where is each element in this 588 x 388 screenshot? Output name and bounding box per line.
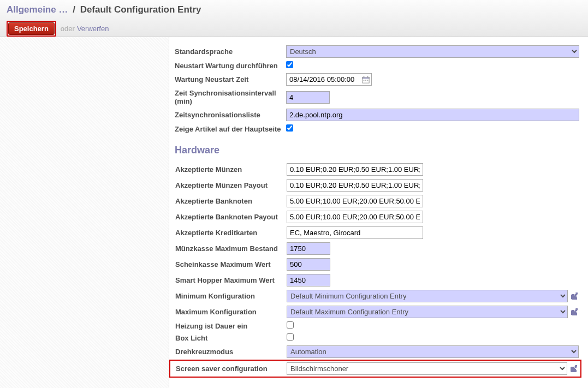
label-box-licht: Box Licht <box>170 332 284 344</box>
external-link-icon[interactable] <box>569 365 578 373</box>
label-standardsprache: Standardsprache <box>169 44 284 59</box>
label-min-konfig: Minimum Konfiguration <box>170 288 284 304</box>
drehkreuz-select[interactable]: Automation <box>287 345 579 358</box>
heizung-checkbox[interactable] <box>287 321 294 329</box>
label-smart-hopper-max: Smart Hopper Maximum Wert <box>170 272 284 288</box>
hardware-title: Hardware <box>169 135 581 162</box>
label-sync-liste: Zeitsynchronisationsliste <box>169 107 284 123</box>
label-banknoten-payout: Akzeptierte Banknoten Payout <box>170 209 284 225</box>
label-banknoten: Akzeptierte Banknoten <box>170 193 284 209</box>
external-link-icon[interactable] <box>570 292 579 301</box>
max-konfig-select[interactable]: Default Maximum Configuration Entry <box>287 306 568 318</box>
label-scheinkasse-max: Scheinkasse Maximum Wert <box>170 256 284 272</box>
sync-liste-input[interactable] <box>286 109 579 121</box>
label-zeige-artikel: Zeige Artikel auf der Hauptseite <box>169 123 284 135</box>
or-text: oder <box>61 25 75 33</box>
screen-saver-select[interactable]: Bildschirmschoner <box>287 362 567 375</box>
label-max-konfig: Maximum Konfiguration <box>170 304 284 320</box>
label-muenzen-payout: Akzeptierte Münzen Payout <box>170 177 284 193</box>
misc-title: Misc <box>169 378 581 388</box>
muenzkasse-max-input[interactable] <box>287 242 330 255</box>
smart-hopper-max-input[interactable] <box>287 274 330 286</box>
muenzen-input[interactable] <box>287 163 423 176</box>
label-wartung-zeit: Wartung Neustart Zeit <box>169 71 284 87</box>
save-button[interactable]: Speichern <box>8 22 55 35</box>
label-heizung: Heizung ist Dauer ein <box>170 320 284 332</box>
scheinkasse-max-input[interactable] <box>287 258 330 271</box>
wartung-zeit-input[interactable] <box>287 74 360 85</box>
label-drehkreuz: Drehkreuzmodus <box>170 344 284 360</box>
breadcrumb-separator: / <box>70 4 78 15</box>
label-screen-saver: Screen saver configuration <box>170 360 284 377</box>
calendar-icon[interactable] <box>362 76 370 83</box>
box-licht-checkbox[interactable] <box>287 333 294 341</box>
sync-intervall-input[interactable] <box>286 91 330 104</box>
label-muenzen: Akzeptierte Münzen <box>170 162 284 177</box>
neustart-checkbox[interactable] <box>286 61 293 68</box>
banknoten-input[interactable] <box>287 195 423 207</box>
banknoten-payout-input[interactable] <box>287 211 423 223</box>
zeige-artikel-checkbox[interactable] <box>286 124 293 132</box>
kreditkarten-input[interactable] <box>287 226 423 239</box>
breadcrumb: Allgemeine … / Default Configuration Ent… <box>7 4 581 15</box>
muenzen-payout-input[interactable] <box>287 179 423 192</box>
label-sync-intervall: Zeit Synchronisationsintervall (min) <box>169 87 284 107</box>
label-muenzkasse-max: Münzkasse Maximum Bestand <box>170 241 284 256</box>
standardsprache-select[interactable]: Deutsch <box>286 45 579 58</box>
min-konfig-select[interactable]: Default Minimum Configuration Entry <box>287 290 568 302</box>
label-neustart: Neustart Wartung durchführen <box>169 59 284 71</box>
label-kreditkarten: Akzeptierte Kreditkarten <box>170 225 284 241</box>
external-link-icon[interactable] <box>570 308 579 317</box>
discard-link[interactable]: Verwerfen <box>77 25 109 33</box>
breadcrumb-parent[interactable]: Allgemeine … <box>7 4 68 15</box>
left-panel <box>0 37 169 388</box>
breadcrumb-current: Default Configuration Entry <box>80 4 201 15</box>
